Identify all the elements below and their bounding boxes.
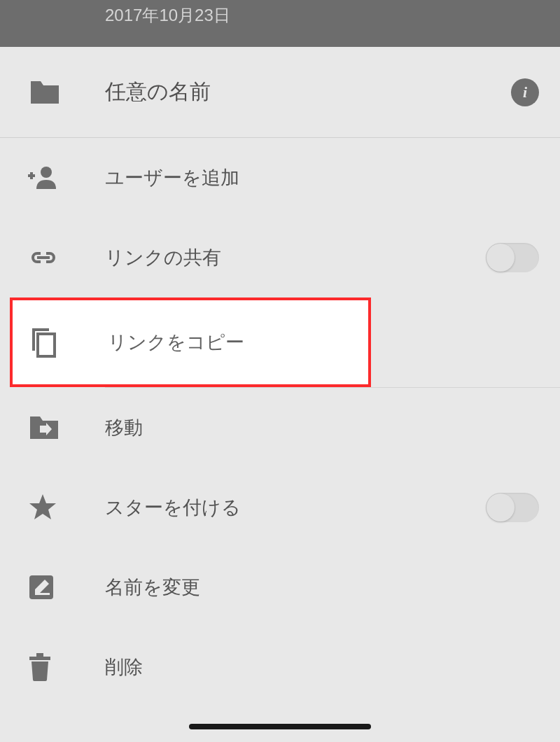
svg-rect-4: [38, 334, 55, 356]
svg-rect-7: [29, 657, 50, 660]
move-label: 移動: [105, 415, 539, 440]
link-icon: [28, 250, 105, 265]
star-toggle[interactable]: [486, 493, 539, 522]
home-indicator[interactable]: [189, 724, 371, 729]
svg-rect-3: [37, 256, 50, 259]
rename-label: 名前を変更: [105, 575, 539, 600]
top-date: 2017年10月23日: [105, 4, 230, 27]
copy-link-label: リンクをコピー: [108, 330, 347, 355]
star-icon: [28, 493, 105, 522]
svg-rect-6: [35, 593, 50, 595]
add-user-item[interactable]: ユーザーを追加: [0, 138, 560, 218]
folder-icon: [28, 78, 105, 106]
svg-point-2: [41, 167, 52, 178]
toggle-knob: [486, 244, 514, 272]
move-item[interactable]: 移動: [0, 388, 560, 468]
add-star-item[interactable]: スターを付ける: [0, 468, 560, 547]
delete-item[interactable]: 削除: [0, 627, 560, 707]
delete-label: 削除: [105, 654, 539, 680]
header-row: 任意の名前 i: [0, 47, 560, 138]
edit-icon: [28, 574, 105, 601]
top-bar: 2017年10月23日: [0, 0, 560, 47]
copy-icon: [31, 327, 108, 358]
trash-icon: [28, 652, 105, 682]
link-share-toggle[interactable]: [486, 243, 539, 272]
copy-link-item[interactable]: リンクをコピー: [10, 298, 371, 387]
link-share-item[interactable]: リンクの共有: [0, 218, 560, 298]
svg-rect-1: [30, 172, 33, 179]
rename-item[interactable]: 名前を変更: [0, 547, 560, 627]
add-user-label: ユーザーを追加: [105, 165, 539, 190]
folder-move-icon: [28, 414, 105, 441]
toggle-knob: [486, 493, 514, 522]
link-share-label: リンクの共有: [105, 245, 486, 270]
person-add-icon: [28, 166, 105, 190]
header-title: 任意の名前: [105, 78, 511, 106]
action-sheet: 任意の名前 i ユーザーを追加 リンクの共有: [0, 47, 560, 707]
svg-rect-8: [36, 653, 43, 657]
add-star-label: スターを付ける: [105, 495, 486, 520]
info-icon[interactable]: i: [511, 78, 539, 106]
